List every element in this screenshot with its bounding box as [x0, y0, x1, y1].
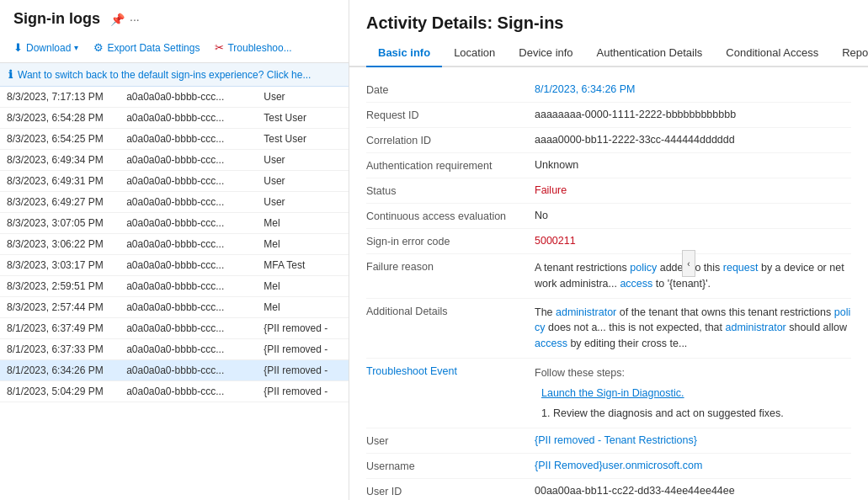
table-row[interactable]: 8/3/2023, 2:59:51 PM a0a0a0a0-bbbb-ccc..…	[0, 276, 349, 297]
detail-row: Additional DetailsThe administrator of t…	[366, 299, 851, 359]
detail-field-value: Failure	[535, 184, 851, 196]
troubleshoot-button[interactable]: ✂ Troubleshoo...	[208, 38, 298, 57]
right-panel: Activity Details: Sign-ins Basic infoLoc…	[349, 0, 868, 500]
detail-row: StatusFailure	[366, 178, 851, 204]
log-id: a0a0a0a0-bbbb-ccc...	[120, 150, 257, 171]
launch-diagnostic-link[interactable]: Launch the Sign-in Diagnostic.	[541, 385, 784, 402]
tab-conditional-access[interactable]: Conditional Access	[714, 40, 830, 67]
detail-field-label: Authentication requirement	[366, 159, 535, 172]
detail-field-label: Correlation ID	[366, 134, 535, 146]
log-list-container[interactable]: 8/3/2023, 7:17:13 PM a0a0a0a0-bbbb-ccc..…	[0, 87, 349, 500]
table-row[interactable]: 8/3/2023, 3:06:22 PM a0a0a0a0-bbbb-ccc..…	[0, 234, 349, 255]
download-button[interactable]: ⬇ Download ▾	[7, 38, 85, 57]
detail-field-value: 00aa00aa-bb11-cc22-dd33-44ee44ee44ee	[535, 485, 851, 497]
table-row[interactable]: 8/3/2023, 2:57:44 PM a0a0a0a0-bbbb-ccc..…	[0, 297, 349, 318]
log-id: a0a0a0a0-bbbb-ccc...	[120, 276, 257, 297]
detail-row: Request IDaaaaaaaa-0000-1111-2222-bbbbbb…	[366, 103, 851, 128]
export-button[interactable]: ⚙ Export Data Settings	[87, 38, 206, 57]
left-panel: Sign-in logs 📌 ··· ⬇ Download ▾ ⚙ Export…	[0, 0, 349, 500]
detail-row: Troubleshoot Event Follow these steps: L…	[366, 359, 851, 428]
log-user: Mel	[257, 276, 349, 297]
detail-field-value: 5000211	[535, 235, 851, 247]
log-id: a0a0a0a0-bbbb-ccc...	[120, 129, 257, 150]
log-date: 8/1/2023, 6:37:33 PM	[0, 339, 120, 360]
table-row[interactable]: 8/3/2023, 6:49:31 PM a0a0a0a0-bbbb-ccc..…	[0, 171, 349, 192]
tab-bar: Basic infoLocationDevice infoAuthenticat…	[349, 40, 868, 67]
log-user: {PII removed -	[257, 318, 349, 339]
table-row[interactable]: 8/1/2023, 5:04:29 PM a0a0a0a0-bbbb-ccc..…	[0, 381, 349, 402]
tab-location[interactable]: Location	[442, 40, 507, 67]
detail-row: User ID00aa00aa-bb11-cc22-dd33-44ee44ee4…	[366, 479, 851, 500]
log-id: a0a0a0a0-bbbb-ccc...	[120, 171, 257, 192]
log-user: Test User	[257, 129, 349, 150]
tab-device-info[interactable]: Device info	[507, 40, 584, 67]
table-row[interactable]: 8/1/2023, 6:37:49 PM a0a0a0a0-bbbb-ccc..…	[0, 318, 349, 339]
tab-authentication-details[interactable]: Authentication Details	[585, 40, 715, 67]
detail-field-value: aaaaaaaa-0000-1111-2222-bbbbbbbbbbbb	[535, 109, 851, 120]
detail-field-value: 8/1/2023, 6:34:26 PM	[535, 83, 851, 95]
collapse-panel-button[interactable]: ‹	[682, 250, 695, 277]
more-icon[interactable]: ···	[130, 13, 140, 26]
tab-report-only[interactable]: Report-only	[830, 40, 868, 67]
log-date: 8/3/2023, 3:06:22 PM	[0, 234, 120, 255]
log-date: 8/3/2023, 6:49:31 PM	[0, 171, 120, 192]
log-user: Mel	[257, 297, 349, 318]
detail-field-label: Additional Details	[366, 305, 535, 317]
log-id: a0a0a0a0-bbbb-ccc...	[120, 297, 257, 318]
log-user: User	[257, 150, 349, 171]
log-date: 8/3/2023, 6:54:25 PM	[0, 129, 120, 150]
log-user: MFA Test	[257, 255, 349, 276]
table-row[interactable]: 8/3/2023, 6:49:27 PM a0a0a0a0-bbbb-ccc..…	[0, 192, 349, 213]
detail-field-value: No	[535, 210, 851, 221]
pin-icon[interactable]: 📌	[110, 13, 125, 26]
toolbar: ⬇ Download ▾ ⚙ Export Data Settings ✂ Tr…	[0, 35, 349, 63]
table-row[interactable]: 8/3/2023, 3:03:17 PM a0a0a0a0-bbbb-ccc..…	[0, 255, 349, 276]
troubleshoot-follow: Follow these steps:	[535, 364, 784, 381]
table-row[interactable]: 8/3/2023, 6:54:28 PM a0a0a0a0-bbbb-ccc..…	[0, 108, 349, 129]
log-user: User	[257, 171, 349, 192]
table-row[interactable]: 8/1/2023, 6:34:26 PM a0a0a0a0-bbbb-ccc..…	[0, 360, 349, 381]
detail-row: Correlation IDaaaa0000-bb11-2222-33cc-44…	[366, 128, 851, 153]
log-user: User	[257, 192, 349, 213]
table-row[interactable]: 8/1/2023, 6:37:33 PM a0a0a0a0-bbbb-ccc..…	[0, 339, 349, 360]
log-date: 8/3/2023, 6:49:27 PM	[0, 192, 120, 213]
log-user: {PII removed -	[257, 381, 349, 402]
log-user: Mel	[257, 234, 349, 255]
detail-field-label: User ID	[366, 485, 535, 497]
page-title: Sign-in logs	[13, 10, 100, 28]
detail-field-value: aaaa0000-bb11-2222-33cc-444444dddddd	[535, 134, 851, 146]
log-id: a0a0a0a0-bbbb-ccc...	[120, 213, 257, 234]
log-id: a0a0a0a0-bbbb-ccc...	[120, 339, 257, 360]
log-date: 8/3/2023, 3:07:05 PM	[0, 213, 120, 234]
detail-field-label: Failure reason	[366, 260, 535, 273]
detail-field-value: The administrator of the tenant that own…	[535, 305, 851, 352]
detail-content: Date8/1/2023, 6:34:26 PMRequest IDaaaaaa…	[349, 67, 868, 500]
info-bar: ℹ Want to switch back to the default sig…	[0, 63, 349, 87]
table-row[interactable]: 8/3/2023, 6:54:25 PM a0a0a0a0-bbbb-ccc..…	[0, 129, 349, 150]
log-date: 8/3/2023, 3:03:17 PM	[0, 255, 120, 276]
table-row[interactable]: 8/3/2023, 6:49:34 PM a0a0a0a0-bbbb-ccc..…	[0, 150, 349, 171]
detail-field-value: {PII removed - Tenant Restrictions}	[535, 434, 851, 446]
detail-field-label: User	[366, 434, 535, 447]
log-id: a0a0a0a0-bbbb-ccc...	[120, 381, 257, 402]
detail-field-label: Date	[366, 83, 535, 96]
log-user: Mel	[257, 213, 349, 234]
table-row[interactable]: 8/3/2023, 7:17:13 PM a0a0a0a0-bbbb-ccc..…	[0, 87, 349, 108]
log-date: 8/1/2023, 6:37:49 PM	[0, 318, 120, 339]
detail-field-value: Unknown	[535, 159, 851, 171]
settings-icon: ⚙	[93, 41, 104, 54]
detail-field-label: Troubleshoot Event	[366, 364, 535, 377]
log-id: a0a0a0a0-bbbb-ccc...	[120, 108, 257, 129]
info-icon: ℹ	[8, 68, 13, 81]
table-row[interactable]: 8/3/2023, 3:07:05 PM a0a0a0a0-bbbb-ccc..…	[0, 213, 349, 234]
tab-basic-info[interactable]: Basic info	[366, 40, 442, 67]
log-id: a0a0a0a0-bbbb-ccc...	[120, 234, 257, 255]
detail-field-label: Username	[366, 460, 535, 472]
detail-field-label: Continuous access evaluation	[366, 210, 535, 222]
detail-row: Authentication requirementUnknown	[366, 153, 851, 178]
log-id: a0a0a0a0-bbbb-ccc...	[120, 255, 257, 276]
log-date: 8/3/2023, 2:57:44 PM	[0, 297, 120, 318]
detail-title: Activity Details: Sign-ins	[349, 0, 868, 40]
download-icon: ⬇	[13, 41, 23, 54]
log-date: 8/3/2023, 2:59:51 PM	[0, 276, 120, 297]
